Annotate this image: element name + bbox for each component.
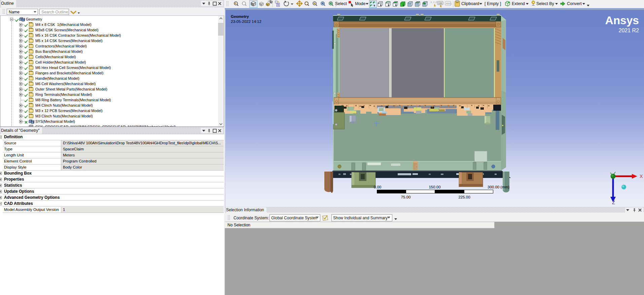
svg-text:150.00: 150.00 <box>429 185 440 189</box>
svg-text:X.Y.Z: X.Y.Z <box>430 1 437 4</box>
svg-text:Clipboard: Clipboard <box>461 1 479 6</box>
svg-text:Global Coordinate Systen: Global Coordinate Systen <box>271 216 317 220</box>
svg-text:Extend: Extend <box>512 1 525 6</box>
svg-text:Abc: Abc <box>445 2 451 5</box>
svg-text:23-05-2022 14:12: 23-05-2022 14:12 <box>231 20 261 24</box>
svg-text:Mode: Mode <box>355 1 365 6</box>
svg-text:Select: Select <box>335 1 347 6</box>
svg-text:100: 100 <box>438 2 442 5</box>
svg-text:[ Empty ]: [ Empty ] <box>485 1 501 6</box>
svg-text:Geometry: Geometry <box>231 14 249 19</box>
svg-text:Convert: Convert <box>567 1 582 6</box>
svg-text:Ansys: Ansys <box>605 14 639 27</box>
svg-text:Z: Z <box>612 200 615 205</box>
svg-text:75.00: 75.00 <box>401 195 411 199</box>
svg-text:Coordinate System:: Coordinate System: <box>234 216 269 220</box>
svg-text:0.00: 0.00 <box>374 185 381 189</box>
svg-text:Select By: Select By <box>536 1 554 6</box>
svg-text:2021 R2: 2021 R2 <box>619 28 639 33</box>
svg-text:300.00 (mm): 300.00 (mm) <box>488 185 509 189</box>
svg-text:225.00: 225.00 <box>458 195 470 199</box>
svg-text:X: X <box>640 174 643 179</box>
svg-text:Show Individual and Summary: Show Individual and Summary <box>333 216 388 220</box>
